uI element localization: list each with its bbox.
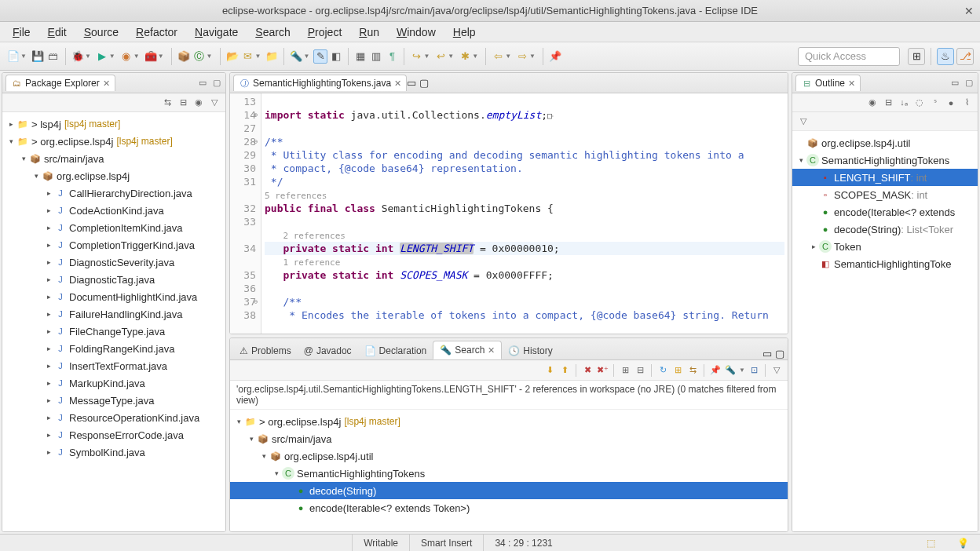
git-perspective-icon[interactable]: ⎇: [956, 48, 974, 65]
tab-search[interactable]: 🔦Search✕: [433, 341, 502, 359]
menu-file[interactable]: File: [5, 24, 38, 41]
package-explorer-row[interactable]: ▸JDocumentHighlightKind.java: [2, 288, 225, 305]
updates-icon[interactable]: ⬚: [927, 538, 935, 549]
prev-match-icon[interactable]: ⬆: [558, 364, 571, 377]
pilcrow-icon[interactable]: ¶: [385, 49, 399, 64]
outline-row[interactable]: ▸CToken: [792, 238, 978, 255]
twistie-icon[interactable]: ▸: [43, 293, 54, 301]
outline-row[interactable]: ▾CSemanticHighlightingTokens: [792, 151, 978, 169]
menu-source[interactable]: Source: [76, 24, 126, 41]
package-explorer-row[interactable]: ▸JInsertTextFormat.java: [2, 357, 225, 374]
twistie-icon[interactable]: ▾: [233, 418, 244, 425]
twistie-icon[interactable]: ▸: [43, 258, 54, 266]
search-result-row[interactable]: ●decode(String): [230, 482, 788, 499]
twistie-icon[interactable]: ▸: [43, 276, 54, 283]
package-explorer-row[interactable]: ▸JCallHierarchyDirection.java: [2, 184, 225, 202]
sort-az-icon[interactable]: ↓ₐ: [898, 97, 910, 109]
remove-match-icon[interactable]: ✖: [581, 364, 594, 377]
minimize-icon[interactable]: ▭: [407, 77, 416, 89]
new-icon[interactable]: 📄: [6, 49, 20, 64]
package-explorer-row[interactable]: ▸JSymbolKind.java: [2, 443, 225, 461]
tip-icon[interactable]: 💡: [957, 538, 969, 549]
twistie-icon[interactable]: ▸: [43, 396, 54, 404]
twistie-icon[interactable]: ▾: [258, 452, 269, 460]
search-result-row[interactable]: ▾CSemanticHighlightingTokens: [230, 465, 788, 482]
twistie-icon[interactable]: ▾: [795, 156, 806, 164]
close-icon[interactable]: ✕: [103, 78, 110, 89]
twistie-icon[interactable]: ▾: [31, 172, 42, 180]
back-icon[interactable]: ⇦: [491, 49, 505, 64]
package-explorer-row[interactable]: ▸JMarkupKind.java: [2, 374, 225, 392]
collapse-all-icon[interactable]: ⇆: [161, 97, 174, 109]
maximize-icon[interactable]: ▢: [964, 78, 975, 89]
twistie-icon[interactable]: ▸: [43, 379, 54, 387]
twistie-icon[interactable]: ▸: [808, 243, 819, 250]
open-perspective-icon[interactable]: ⊞: [908, 48, 925, 65]
outline-row[interactable]: ▪LENGTH_SHIFT : int: [792, 169, 978, 186]
package-explorer-row[interactable]: ▸JFoldingRangeKind.java: [2, 340, 225, 357]
outline-row[interactable]: ●encode(Iterable<? extends: [792, 203, 978, 221]
next-match-icon[interactable]: ⬇: [543, 364, 556, 377]
twistie-icon[interactable]: ▸: [43, 414, 54, 421]
hide-fields-icon[interactable]: ◌: [913, 97, 926, 109]
minimize-icon[interactable]: ▭: [762, 348, 772, 359]
mark-occurrences-icon[interactable]: ✎: [313, 49, 327, 64]
menu-help[interactable]: Help: [445, 24, 484, 41]
forward-icon[interactable]: ⇨: [515, 49, 529, 64]
remove-all-icon[interactable]: ✖⁺: [596, 364, 609, 377]
maximize-icon[interactable]: ▢: [211, 78, 222, 89]
show-whitespace-icon[interactable]: ▦: [353, 49, 368, 64]
search-result-row[interactable]: ▾📁> org.eclipse.lsp4j[lsp4j master]: [230, 413, 788, 430]
editor-content[interactable]: 1314⊕2728⊖293031323334353637⊖38 import s…: [230, 93, 788, 334]
last-edit-icon[interactable]: ✱: [458, 49, 472, 64]
twistie-icon[interactable]: ▸: [43, 310, 54, 318]
open-task-icon[interactable]: ✉: [241, 49, 255, 64]
search-results-tree[interactable]: ▾📁> org.eclipse.lsp4j[lsp4j master]▾📦src…: [230, 410, 788, 531]
close-icon[interactable]: ✕: [848, 78, 855, 89]
debug-icon[interactable]: 🐞: [71, 49, 85, 64]
maximize-icon[interactable]: ▢: [419, 77, 429, 89]
sort-icon[interactable]: ⊟: [882, 97, 894, 109]
prev-annotation-icon[interactable]: ↩: [433, 49, 448, 64]
package-explorer-row[interactable]: ▾📁> org.eclipse.lsp4j[lsp4j master]: [2, 133, 225, 150]
link-icon[interactable]: ⇆: [686, 364, 699, 377]
collapse-all-icon[interactable]: ⊟: [634, 364, 646, 377]
new-class-icon[interactable]: Ⓒ: [192, 49, 207, 64]
minimize-icon[interactable]: ▭: [197, 78, 208, 89]
package-explorer-row[interactable]: ▸JCodeActionKind.java: [2, 202, 225, 219]
expand-all-icon[interactable]: ⊞: [619, 364, 631, 377]
search-result-row[interactable]: ▾📦src/main/java: [230, 430, 788, 447]
close-icon[interactable]: ✕: [488, 345, 495, 356]
window-close-icon[interactable]: ✕: [964, 5, 974, 17]
tab-history[interactable]: 🕓History: [502, 342, 558, 359]
twistie-icon[interactable]: ▸: [43, 327, 54, 335]
outline-row[interactable]: ◧SemanticHighlightingToke: [792, 255, 978, 272]
tab-problems[interactable]: ⚠Problems: [233, 342, 298, 359]
outline-tree[interactable]: 📦org.eclipse.lsp4j.util▾CSemanticHighlig…: [792, 131, 978, 531]
show-selected-icon[interactable]: ▥: [369, 49, 383, 64]
view-menu-icon[interactable]: ▽: [797, 115, 810, 128]
search-icon[interactable]: 🔦: [289, 49, 303, 64]
outline-row[interactable]: 📦org.eclipse.lsp4j.util: [792, 134, 978, 151]
twistie-icon[interactable]: ▸: [43, 224, 54, 232]
open-type-icon[interactable]: 📂: [225, 49, 240, 64]
coverage-icon[interactable]: ◉: [119, 49, 133, 64]
focus-task-icon[interactable]: ◉: [192, 97, 205, 109]
twistie-icon[interactable]: ▸: [5, 120, 16, 128]
close-icon[interactable]: ✕: [394, 78, 401, 89]
package-explorer-row[interactable]: ▸JFailureHandlingKind.java: [2, 305, 225, 323]
save-icon[interactable]: 💾: [31, 49, 45, 64]
new-pkg-icon[interactable]: 📦: [177, 49, 191, 64]
twistie-icon[interactable]: ▸: [43, 241, 54, 249]
twistie-icon[interactable]: ▸: [43, 448, 54, 456]
menu-project[interactable]: Project: [300, 24, 350, 41]
toggle-block-icon[interactable]: ◧: [329, 49, 343, 64]
ext-tools-icon[interactable]: 🧰: [144, 49, 158, 64]
menu-run[interactable]: Run: [351, 24, 387, 41]
tab-declaration[interactable]: 📄Declaration: [358, 342, 433, 359]
outline-row[interactable]: ▫SCOPES_MASK : int: [792, 186, 978, 203]
twistie-icon[interactable]: ▸: [43, 189, 54, 197]
outline-tab[interactable]: ⊟ Outline ✕: [795, 75, 861, 91]
java-perspective-icon[interactable]: ♨: [937, 48, 954, 65]
view-menu-icon[interactable]: ▽: [208, 97, 221, 109]
